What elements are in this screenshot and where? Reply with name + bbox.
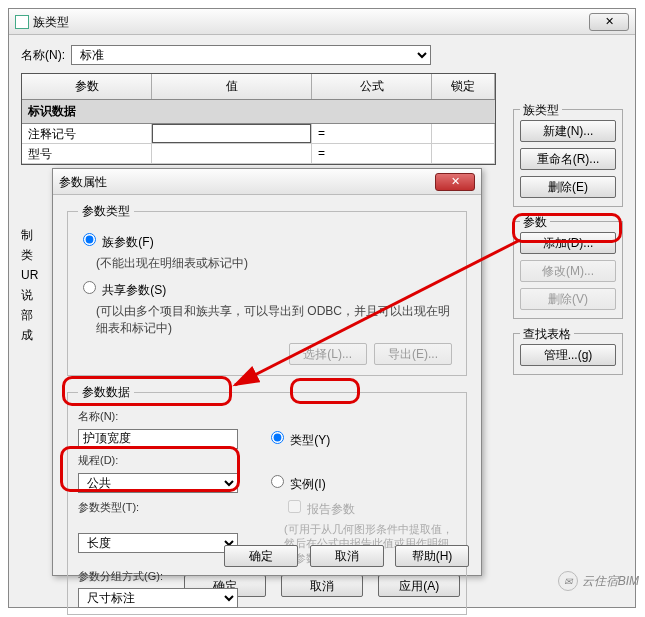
param-props-dialog: 参数属性 ✕ 参数类型 族参数(F) (不能出现在明细表或标记中) 共享参数(S… bbox=[52, 168, 482, 576]
group-title: 族类型 bbox=[520, 102, 562, 119]
delete-param-button: 删除(V) bbox=[520, 288, 616, 310]
type-radio[interactable]: 类型(Y) bbox=[266, 433, 330, 447]
table-row[interactable]: 型号 = bbox=[22, 144, 495, 164]
manage-lookup-button[interactable]: 管理...(g) bbox=[520, 344, 616, 366]
shared-param-radio[interactable]: 共享参数(S) bbox=[78, 283, 166, 297]
group-cap: 参数分组方式(G): bbox=[78, 569, 248, 584]
group-family-type: 族类型 新建(N)... 重命名(R)... 删除(E) bbox=[513, 109, 623, 207]
rename-type-button[interactable]: 重命名(R)... bbox=[520, 148, 616, 170]
legend-ptype: 参数类型 bbox=[78, 203, 134, 220]
row-value-cell[interactable] bbox=[152, 144, 312, 163]
row-lock bbox=[432, 124, 495, 143]
family-param-hint: (不能出现在明细表或标记中) bbox=[96, 255, 456, 272]
modify-param-button: 修改(M)... bbox=[520, 260, 616, 282]
outer-close-button[interactable]: ✕ bbox=[589, 13, 629, 31]
disc-cap: 规程(D): bbox=[78, 453, 248, 468]
group-lookup: 查找表格 管理...(g) bbox=[513, 333, 623, 375]
instance-radio[interactable]: 实例(I) bbox=[266, 477, 326, 491]
inner-titlebar: 参数属性 ✕ bbox=[53, 169, 481, 195]
param-data-fieldset: 参数数据 名称(N): 类型(Y) 规程(D): 公共 实例( bbox=[67, 384, 467, 615]
type-name-select[interactable]: 标准 bbox=[71, 45, 431, 65]
legend-pdata: 参数数据 bbox=[78, 384, 134, 401]
params-table: 参数 值 公式 锁定 标识数据 注释记号 = 型号 = bbox=[21, 73, 496, 165]
ptype-cap: 参数类型(T): bbox=[78, 500, 248, 515]
app-icon bbox=[15, 15, 29, 29]
hdr-formula: 公式 bbox=[312, 74, 432, 99]
outer-titlebar: 族类型 ✕ bbox=[9, 9, 635, 35]
group-title: 参数 bbox=[520, 214, 550, 231]
inner-close-button[interactable]: ✕ bbox=[435, 173, 475, 191]
inner-help-button[interactable]: 帮助(H) bbox=[395, 545, 469, 567]
section-identity: 标识数据 bbox=[22, 100, 495, 124]
group-title: 查找表格 bbox=[520, 326, 574, 343]
row-eq: = bbox=[312, 124, 432, 143]
group-param: 参数 添加(D)... 修改(M)... 删除(V) bbox=[513, 221, 623, 319]
inner-bottom-bar: 确定 取消 帮助(H) bbox=[216, 545, 469, 567]
row-label: 型号 bbox=[22, 144, 152, 163]
hdr-lock: 锁定 bbox=[432, 74, 495, 99]
watermark: ✉ 云住宿BIM bbox=[558, 571, 639, 591]
report-checkbox: 报告参数 bbox=[284, 502, 355, 516]
select-shared-button: 选择(L)... bbox=[289, 343, 367, 365]
outer-title: 族类型 bbox=[33, 9, 585, 35]
row-value-input[interactable] bbox=[152, 124, 311, 143]
hdr-value: 值 bbox=[152, 74, 312, 99]
name-cap: 名称(N): bbox=[78, 409, 248, 424]
add-param-button[interactable]: 添加(D)... bbox=[520, 232, 616, 254]
inner-title: 参数属性 bbox=[59, 169, 431, 195]
hdr-param: 参数 bbox=[22, 74, 152, 99]
row-label: 注释记号 bbox=[22, 124, 152, 143]
row-eq: = bbox=[312, 144, 432, 163]
name-label: 名称(N): bbox=[21, 47, 65, 64]
param-group-select[interactable]: 尺寸标注 bbox=[78, 588, 238, 608]
export-shared-button: 导出(E)... bbox=[374, 343, 452, 365]
table-row[interactable]: 注释记号 = bbox=[22, 124, 495, 144]
param-type-fieldset: 参数类型 族参数(F) (不能出现在明细表或标记中) 共享参数(S) (可以由多… bbox=[67, 203, 467, 376]
family-param-radio[interactable]: 族参数(F) bbox=[78, 235, 154, 249]
param-name-input[interactable] bbox=[78, 429, 238, 449]
shared-param-hint: (可以由多个项目和族共享，可以导出到 ODBC，并且可以出现在明细表和标记中) bbox=[96, 303, 456, 337]
delete-type-button[interactable]: 删除(E) bbox=[520, 176, 616, 198]
param-type-select[interactable]: 长度 bbox=[78, 533, 238, 553]
inner-ok-button[interactable]: 确定 bbox=[224, 545, 298, 567]
discipline-select[interactable]: 公共 bbox=[78, 473, 238, 493]
row-lock bbox=[432, 144, 495, 163]
inner-cancel-button[interactable]: 取消 bbox=[310, 545, 384, 567]
new-type-button[interactable]: 新建(N)... bbox=[520, 120, 616, 142]
watermark-icon: ✉ bbox=[558, 571, 578, 591]
